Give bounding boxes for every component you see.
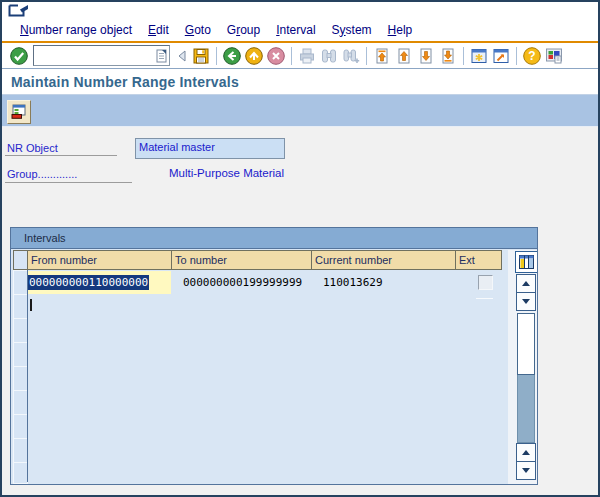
scroll-down-button-bottom[interactable] <box>516 461 536 480</box>
exit-icon <box>244 46 264 66</box>
enter-button[interactable] <box>9 46 29 66</box>
sap-window-icon <box>8 4 30 17</box>
menu-edit[interactable]: Edit <box>140 21 177 39</box>
save-icon <box>191 46 211 66</box>
scroll-up-button-bottom[interactable] <box>516 443 536 462</box>
scrollbar-track[interactable] <box>517 313 535 443</box>
group-value: Multi-Purpose Material <box>169 167 284 179</box>
save-button[interactable] <box>191 46 211 66</box>
scroll-down-icon <box>522 299 530 304</box>
current-number-cell[interactable]: 110013629 <box>323 276 383 289</box>
cancel-icon <box>266 46 286 66</box>
create-shortcut-icon <box>491 46 511 66</box>
back-icon <box>222 46 242 66</box>
toolbar-separator <box>366 47 367 65</box>
column-header-to[interactable]: To number <box>171 250 312 270</box>
toolbar-separator <box>463 47 464 65</box>
row-selector[interactable] <box>13 462 28 484</box>
first-page-button[interactable] <box>372 46 392 66</box>
ext-checkbox[interactable] <box>478 275 493 290</box>
toolbar-separator <box>216 47 217 65</box>
back-field-icon <box>176 49 188 63</box>
column-header-current[interactable]: Current number <box>311 250 456 270</box>
group-label: Group............. <box>7 168 77 180</box>
customize-layout-icon <box>544 46 564 66</box>
nr-object-field[interactable]: Material master <box>135 138 285 159</box>
nr-object-label: NR Object <box>7 142 58 154</box>
exit-button[interactable] <box>244 46 264 66</box>
help-button[interactable]: ? <box>522 46 542 66</box>
new-session-icon <box>469 46 489 66</box>
field-underline <box>5 182 132 183</box>
row-selector[interactable] <box>13 438 28 463</box>
scroll-down-button[interactable] <box>516 292 536 311</box>
back-button[interactable] <box>222 46 242 66</box>
application-toolbar <box>2 95 598 127</box>
scroll-left-button[interactable] <box>175 46 189 66</box>
column-header-ext[interactable]: Ext <box>455 250 502 270</box>
sap-gui-window: Number range object Edit Goto Group Inte… <box>0 0 600 497</box>
last-page-icon <box>438 46 458 66</box>
toolbar-separator <box>291 47 292 65</box>
create-shortcut-button[interactable] <box>491 46 511 66</box>
table-settings-icon <box>519 255 534 269</box>
column-header-from[interactable]: From number <box>27 250 172 270</box>
from-number-selected-text: 000000000110000000 <box>28 275 149 290</box>
customize-layout-button[interactable] <box>544 46 564 66</box>
first-page-icon <box>372 46 392 66</box>
text-cursor <box>30 299 32 311</box>
command-field-wrap <box>33 45 170 66</box>
previous-page-icon <box>394 46 414 66</box>
menu-group[interactable]: Group <box>219 21 268 39</box>
print-icon <box>297 46 317 66</box>
find-next-button[interactable] <box>341 46 361 66</box>
scrollbar-thumb[interactable] <box>517 313 535 375</box>
scroll-up-icon <box>522 450 530 455</box>
command-field[interactable] <box>34 48 156 63</box>
table-settings-button[interactable] <box>515 251 538 273</box>
help-icon: ? <box>522 46 542 66</box>
cancel-button[interactable] <box>266 46 286 66</box>
command-history-icon[interactable] <box>156 49 168 63</box>
menu-goto[interactable]: Goto <box>177 21 219 39</box>
change-intervals-button[interactable] <box>7 100 31 124</box>
find-icon <box>319 46 339 66</box>
title-bar: Maintain Number Range Intervals <box>2 69 598 94</box>
scroll-down-icon <box>522 468 530 473</box>
next-page-icon <box>416 46 436 66</box>
row-selector[interactable] <box>13 318 28 343</box>
standard-toolbar: ? <box>2 43 598 68</box>
find-button[interactable] <box>319 46 339 66</box>
page-title: Maintain Number Range Intervals <box>2 74 239 90</box>
row-selector[interactable] <box>13 270 28 295</box>
scroll-up-button[interactable] <box>516 274 536 293</box>
row-selector[interactable] <box>13 390 28 415</box>
field-underline <box>5 155 117 156</box>
row-selector[interactable] <box>13 342 28 367</box>
menu-number-range-object[interactable]: Number range object <box>12 21 140 39</box>
main-content: NR Object Material master Group.........… <box>2 128 598 495</box>
row-selector[interactable] <box>13 294 28 319</box>
find-next-icon <box>341 46 361 66</box>
previous-page-button[interactable] <box>394 46 414 66</box>
next-page-button[interactable] <box>416 46 436 66</box>
intervals-group-box: Intervals From number To number Current … <box>10 227 538 485</box>
menu-interval[interactable]: Interval <box>268 21 323 39</box>
select-all-cell[interactable] <box>13 250 28 270</box>
from-number-cell[interactable]: 000000000110000000 <box>28 271 171 294</box>
window-top-strip <box>2 2 598 18</box>
new-session-button[interactable] <box>469 46 489 66</box>
scroll-up-icon <box>522 281 530 286</box>
print-button[interactable] <box>297 46 317 66</box>
row-selector[interactable] <box>13 414 28 439</box>
intervals-caption: Intervals <box>11 228 537 249</box>
menu-system[interactable]: System <box>324 21 380 39</box>
menu-help[interactable]: Help <box>380 21 421 39</box>
to-number-cell[interactable]: 000000000199999999 <box>183 276 302 289</box>
last-page-button[interactable] <box>438 46 458 66</box>
selector-column-edge <box>27 270 28 482</box>
menu-bar: Number range object Edit Goto Group Inte… <box>2 18 598 41</box>
row-selector[interactable] <box>13 366 28 391</box>
toolbar-separator <box>516 47 517 65</box>
change-intervals-icon <box>10 103 28 121</box>
